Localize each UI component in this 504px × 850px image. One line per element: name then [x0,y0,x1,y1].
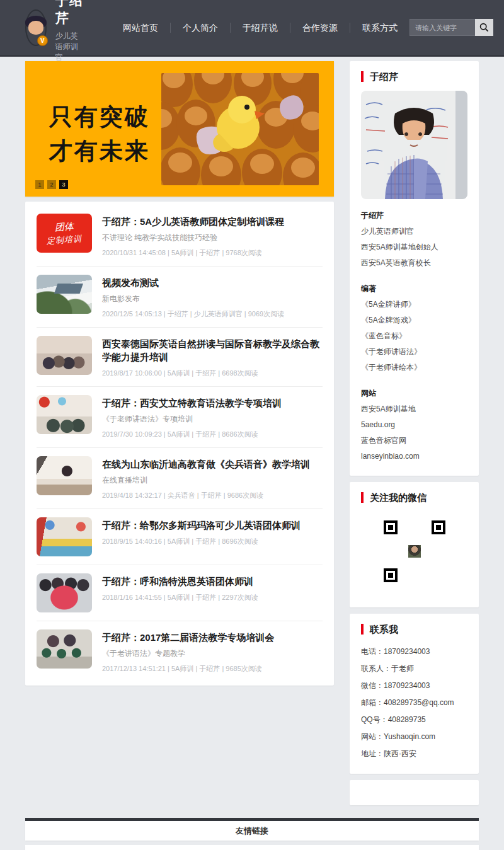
qr-finder-icon [384,520,398,534]
site-brand[interactable]: V 于绍芹 少儿英语师训官 [25,0,84,63]
article-meta: 2019/4/18 14:32:17 | 尖兵语音 | 于绍芹 | 9686次阅… [102,491,323,500]
article-thumbnail [37,517,92,556]
profile-role: 少儿英语师训官 [361,224,467,239]
profile-role: 西安5A英语教育校长 [361,255,467,271]
site-link-5aedu[interactable]: 5aedu.org [361,417,467,433]
article-meta: 2020/10/31 14:45:08 | 5A师训 | 于绍芹 | 9768次… [102,248,323,258]
books-heading: 编著 [361,281,467,297]
profile-photo [361,91,467,199]
contact-wechat: 微信：18709234003 [361,677,467,694]
banner-chick-image [161,73,319,185]
article-thumbnail: 团体 定制培训 [37,214,92,253]
book-item: 《蓝色音标》 [361,328,467,344]
site-item: 西安5A师训基地 [361,401,467,417]
article-desc: 新电影发布 [102,294,323,304]
article-meta: 2019/8/17 10:06:00 | 5A师训 | 于绍芹 | 6698次阅… [102,369,323,378]
contact-phone: 电话：18709234003 [361,643,467,660]
search-box [410,19,493,36]
sites-heading: 网站 [361,386,467,401]
article-row[interactable]: 于绍芹：西安艾立特教育语法教学专项培训 《于老师讲语法》专项培训 2019/7/… [37,387,323,448]
article-title[interactable]: 西安泰德国际英语自然拼读与国际音标教学及综合教学能力提升培训 [102,337,323,364]
contact-card-title: 联系我 [361,624,467,635]
profile-card-title: 于绍芹 [361,71,467,82]
article-list: 团体 定制培训 于绍芹：5A少儿英语教师团体定制培训课程 不讲理论 纯教学实战技… [25,202,334,686]
article-meta: 2020/12/5 14:05:13 | 于绍芹 | 少儿英语师训官 | 906… [102,309,323,319]
book-item: 《5A金牌讲师》 [361,297,467,313]
verified-badge-icon: V [37,35,48,46]
nav-item-resources[interactable]: 合作资源 [290,23,350,33]
article-meta: 2018/9/15 14:40:16 | 5A师训 | 于绍芹 | 8696次阅… [102,537,323,546]
article-thumbnail [37,395,92,434]
nav-item-profile[interactable]: 个人简介 [170,23,230,33]
article-row[interactable]: 于绍芹：呼和浩特洪恩英语团体师训 2018/1/16 14:41:55 | 5A… [37,565,323,621]
search-input[interactable] [410,19,475,36]
site-header: V 于绍芹 少儿英语师训官 网站首页 个人简介 于绍芹说 合作资源 联系方式 [0,0,504,57]
pager-dot-3-active[interactable]: 3 [59,180,68,189]
article-row[interactable]: 团体 定制培训 于绍芹：5A少儿英语教师团体定制培训课程 不讲理论 纯教学实战技… [37,205,323,267]
article-thumbnail [37,629,92,669]
article-thumbnail [37,275,92,314]
book-item: 《5A金牌游戏》 [361,313,467,328]
article-row[interactable]: 视频发布测试 新电影发布 2020/12/5 14:05:13 | 于绍芹 | … [37,267,323,328]
article-thumbnail [37,456,92,495]
pager-dot-1[interactable]: 1 [35,180,44,189]
site-item: 蓝色音标官网 [361,433,467,449]
article-desc: 在线直播培训 [102,475,323,486]
banner-carousel[interactable]: 只有突破 才有未来 [25,61,334,197]
nav-item-says[interactable]: 于绍芹说 [230,23,290,33]
article-title[interactable]: 于绍芹：2017第二届语法教学专场培训会 [102,631,323,644]
article-desc: 不讲理论 纯教学实战技能技巧经验 [102,233,323,243]
empty-side-card [350,780,479,805]
article-row[interactable]: 在线为山东临沂迪高教育做《尖兵语音》教学培训 在线直播培训 2019/4/18 … [37,448,323,509]
contact-person: 联系人：于老师 [361,660,467,677]
article-title[interactable]: 于绍芹：西安艾立特教育语法教学专项培训 [102,396,323,410]
search-icon [479,23,489,32]
article-desc: 《于老师讲语法》专项培训 [102,414,323,425]
article-thumbnail [37,573,92,612]
banner-pager: 1 2 3 [35,180,68,189]
article-row[interactable]: 西安泰德国际英语自然拼读与国际音标教学及综合教学能力提升培训 2019/8/17… [37,328,323,387]
article-title[interactable]: 于绍芹：呼和浩特洪恩英语团体师训 [102,575,323,588]
qr-finder-icon [384,568,398,582]
wechat-card-title: 关注我的微信 [361,492,467,503]
contact-address: 地址：陕西·西安 [361,745,467,762]
book-item: 《于老师讲语法》 [361,344,467,360]
article-row[interactable]: 于绍芹：2017第二届语法教学专场培训会 《于老讲语法》专题教学 2017/12… [37,621,323,682]
contact-qq: QQ号：408289735 [361,711,467,728]
profile-name: 于绍芹 [361,208,467,224]
article-meta: 2018/1/16 14:41:55 | 5A师训 | 于绍芹 | 2297次阅… [102,593,323,602]
article-thumbnail [37,336,92,375]
qr-center-photo [407,544,422,559]
article-meta: 2019/7/30 10:09:23 | 5A师训 | 于绍芹 | 8686次阅… [102,430,323,439]
wechat-qr-code [384,520,445,582]
book-item: 《于老师讲绘本》 [361,360,467,376]
site-subtitle: 少儿英语师训官 [55,31,84,63]
profile-role: 西安5A师训基地创始人 [361,239,467,255]
article-row[interactable]: 于绍芹：给鄂尔多斯玛玛洛可少儿英语团体师训 2018/9/15 14:40:16… [37,509,323,565]
pager-dot-2[interactable]: 2 [47,180,56,189]
friend-links-title: 友情链接 [25,821,479,841]
article-desc: 《于老讲语法》专题教学 [102,648,323,659]
article-title[interactable]: 于绍芹：5A少儿英语教师团体定制培训课程 [102,215,323,228]
site-avatar: V [25,9,47,46]
article-title[interactable]: 在线为山东临沂迪高教育做《尖兵语音》教学培训 [102,457,323,471]
profile-card: 于绍芹 [350,61,479,476]
main-nav: 网站首页 个人简介 于绍芹说 合作资源 联系方式 [111,23,410,33]
search-button[interactable] [475,19,493,36]
banner-slogan: 只有突破 才有未来 [49,100,150,168]
nav-item-home[interactable]: 网站首页 [111,23,170,33]
contact-card: 联系我 电话：18709234003 联系人：于老师 微信：1870923400… [350,614,479,774]
article-title[interactable]: 于绍芹：给鄂尔多斯玛玛洛可少儿英语团体师训 [102,519,323,532]
nav-item-contact[interactable]: 联系方式 [350,23,410,33]
wechat-card: 关注我的微信 [350,482,479,607]
contact-email: 邮箱：408289735@qq.com [361,694,467,711]
friend-links-logos: 5A师训 www.5aedu.org 黄河经济网 YRCN.NET [25,845,479,850]
article-title[interactable]: 视频发布测试 [102,276,323,289]
site-link-lanseyinbiao[interactable]: lanseyinbiao.com [361,449,467,464]
contact-website: 网站：Yushaoqin.com [361,728,467,745]
article-meta: 2017/12/13 14:51:21 | 5A师训 | 于绍芹 | 9685次… [102,664,323,674]
qr-finder-icon [432,520,445,534]
site-title: 于绍芹 [55,0,84,27]
